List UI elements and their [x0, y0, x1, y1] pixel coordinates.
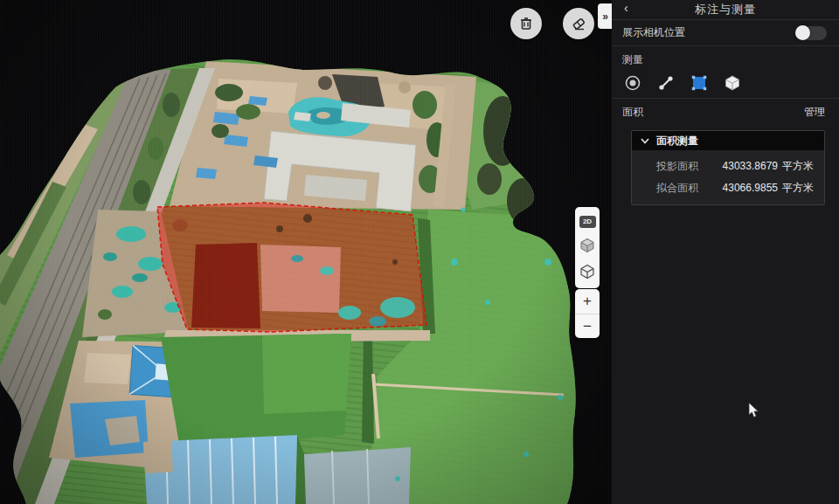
chevron-down-icon — [641, 137, 649, 144]
area-section-label: 面积 — [622, 105, 643, 120]
eraser-button[interactable] — [563, 8, 594, 39]
panel-title: 标注与测量 — [612, 2, 839, 17]
map-3d-viewport[interactable]: » 2D + − — [0, 0, 612, 504]
volume-measure-tool[interactable] — [722, 73, 743, 93]
chevrons-right-icon: » — [602, 10, 608, 23]
volume-cube-icon — [724, 74, 741, 92]
distance-measure-tool[interactable] — [655, 73, 676, 93]
point-icon — [624, 74, 641, 92]
measure-section-label: 测量 — [622, 52, 829, 67]
back-button[interactable]: ‹ — [624, 1, 628, 15]
eraser-icon — [571, 16, 586, 31]
cube-outline-icon[interactable] — [579, 264, 595, 280]
point-measure-tool[interactable] — [622, 73, 643, 93]
toggle-knob — [795, 25, 810, 40]
trash-icon — [518, 16, 534, 31]
camera-position-label: 展示相机位置 — [622, 25, 685, 40]
camera-position-toggle[interactable] — [795, 26, 827, 40]
aerial-mesh[interactable] — [0, 0, 612, 504]
view-mode-controls: 2D — [575, 207, 600, 288]
area-icon — [690, 74, 708, 92]
app-window: » 2D + − ‹ 标注与测量 展示相机位置 — [0, 0, 839, 504]
projected-area-value: 43033.8679平方米 — [723, 159, 814, 174]
area-section-row: 面积 管理 — [612, 99, 839, 125]
panel-collapse-tab[interactable]: » — [598, 3, 613, 29]
measurement-polygon[interactable] — [157, 203, 426, 332]
zoom-controls: + − — [575, 289, 600, 338]
cube-filled-icon[interactable] — [579, 238, 595, 253]
area-measurement-card: 面积测量 投影面积 43033.8679平方米 拟合面积 43066.9855平… — [631, 130, 825, 205]
zoom-out-button[interactable]: − — [575, 314, 600, 339]
measure-section: 测量 — [612, 46, 839, 99]
fitted-area-label: 拟合面积 — [656, 181, 698, 196]
fitted-area-row: 拟合面积 43066.9855平方米 — [632, 177, 824, 199]
camera-position-row: 展示相机位置 — [612, 20, 839, 46]
fitted-area-value: 43066.9855平方米 — [723, 181, 814, 196]
projected-area-label: 投影面积 — [656, 159, 698, 174]
manage-link[interactable]: 管理 — [804, 105, 825, 120]
area-measurement-header[interactable]: 面积测量 — [632, 131, 824, 150]
annotation-measure-panel: ‹ 标注与测量 展示相机位置 测量 — [612, 0, 839, 504]
panel-header: ‹ 标注与测量 — [612, 0, 839, 20]
delete-button[interactable] — [510, 8, 542, 39]
distance-icon — [657, 74, 675, 92]
card-title: 面积测量 — [656, 134, 698, 148]
projected-area-row: 投影面积 43033.8679平方米 — [632, 155, 824, 177]
mode-2d-button[interactable]: 2D — [579, 216, 596, 228]
terrain — [0, 0, 612, 504]
zoom-in-button[interactable]: + — [575, 289, 600, 314]
area-measure-tool[interactable] — [689, 73, 710, 93]
